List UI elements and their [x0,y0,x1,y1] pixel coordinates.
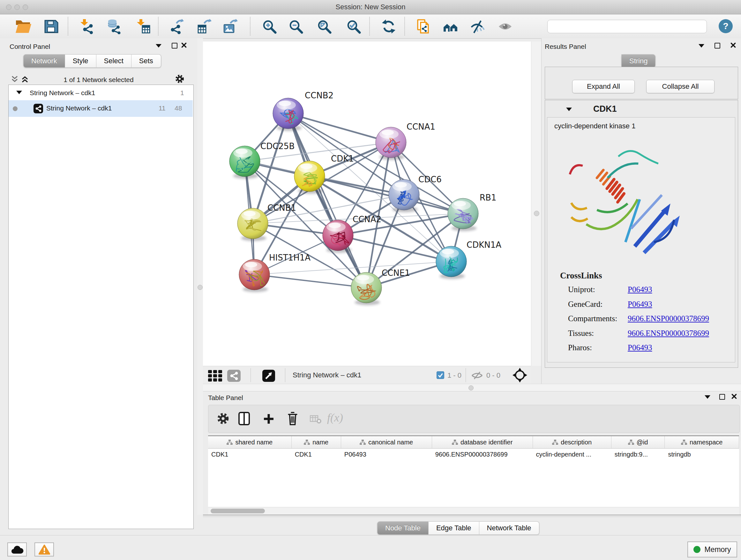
left-splitter[interactable] [197,38,203,515]
hide-selection-button[interactable] [468,17,486,36]
warnings-button[interactable] [35,543,54,557]
network-node-CCNB2[interactable] [273,98,304,129]
network-node-HIST1H1A[interactable] [239,259,270,290]
panel-close-icon[interactable] [731,43,736,48]
import-table-button[interactable] [134,17,152,36]
crosslink-link[interactable]: 9606.ENSP00000378699 [628,314,709,323]
collapse-all-button[interactable]: Collapse All [646,80,715,93]
crosslink-link[interactable]: 9606.ENSP00000378699 [628,329,709,338]
table-cell[interactable]: CDK1 [208,449,292,461]
table-cell[interactable]: cyclin-dependent ... [533,449,611,461]
column-header-namespace[interactable]: namespace [665,436,739,448]
network-node-CDC6[interactable] [389,179,419,210]
network-node-CDKN1A[interactable] [436,246,467,277]
delete-table-icon[interactable] [310,414,322,424]
fit-content-crosshair-icon[interactable] [513,368,527,382]
protein-section-expander-icon[interactable] [566,108,572,111]
column-header-name[interactable]: name [292,436,341,448]
network-node-CDK1[interactable] [294,161,325,192]
zoom-out-button[interactable] [287,17,305,36]
grid-view-icon[interactable] [208,370,222,381]
zoom-in-button[interactable] [260,17,278,36]
save-session-button[interactable] [42,17,60,36]
search-input[interactable] [547,20,707,33]
panel-float-icon[interactable] [719,394,725,400]
column-header-description[interactable]: description [533,436,611,448]
tree-expander-icon[interactable] [16,91,22,94]
export-table-button[interactable] [195,17,213,36]
network-node-CCNE1[interactable] [351,272,382,303]
column-header-canonical-name[interactable]: canonical name [341,436,432,448]
table-horizontal-scrollbar[interactable] [208,507,739,515]
table-cell[interactable]: stringdb [665,449,739,461]
export-network-button[interactable] [167,17,185,36]
import-network-database-button[interactable] [105,17,123,36]
refresh-layout-button[interactable] [380,17,398,36]
network-node-CCNA2[interactable] [323,220,353,251]
bottom-splitter-handle[interactable] [468,385,474,390]
tab-string[interactable]: String [621,54,656,68]
bottom-splitter[interactable] [203,384,741,391]
table-cell[interactable]: CDK1 [292,449,341,461]
table-row[interactable]: CDK1CDK1P064939606.ENSP00000378699cyclin… [208,449,739,461]
hidden-eye-icon[interactable] [471,372,483,379]
table-cell[interactable]: stringdb:9... [611,449,665,461]
tab-network[interactable]: Network [23,54,65,68]
panel-menu-icon[interactable] [704,395,711,399]
network-node-CDC25B[interactable] [229,146,260,177]
new-network-from-selection-button[interactable] [414,17,432,36]
column-header-shared-name[interactable]: shared name [208,436,292,448]
show-all-button[interactable] [496,17,514,36]
column-header--id[interactable]: @id [611,436,665,448]
selected-checkbox-icon[interactable] [436,371,444,379]
tab-edge-table[interactable]: Edge Table [428,521,479,535]
panel-menu-icon[interactable] [698,44,704,48]
show-columns-icon[interactable] [239,412,250,425]
tab-node-table[interactable]: Node Table [377,521,428,535]
add-column-plus-icon[interactable] [263,414,274,424]
column-header-database-identifier[interactable]: database identifier [432,436,533,448]
crosslink-link[interactable]: P06493 [628,300,652,309]
table-cell[interactable]: 9606.ENSP00000378699 [432,449,533,461]
right-splitter[interactable] [531,42,541,366]
network-node-CCNB1[interactable] [238,208,268,239]
crosslink-link[interactable]: P06493 [628,343,652,352]
panel-float-icon[interactable] [172,43,178,49]
crosslink-link[interactable]: P06493 [628,285,652,294]
panel-close-icon[interactable] [181,43,187,48]
network-node-CCNA1[interactable] [376,127,406,158]
gear-icon[interactable] [175,74,185,84]
network-edge-CCNA2-CDKN1A[interactable] [338,235,451,261]
panel-menu-icon[interactable] [156,44,161,48]
first-neighbors-button[interactable] [442,17,460,36]
help-button[interactable]: ? [719,19,733,33]
right-splitter-handle[interactable] [534,211,539,216]
tab-select[interactable]: Select [96,54,131,68]
network-share-view-icon[interactable] [227,370,241,382]
zoom-fit-button[interactable] [315,17,333,36]
network-canvas[interactable]: CCNB2CCNA1CDC25BCDK1CDC6RB1CCNB1CCNA2CDK… [203,42,531,366]
network-collection-row[interactable]: String Network – cdk1 1 [9,86,193,100]
cloud-button[interactable] [7,543,27,557]
tab-style[interactable]: Style [65,54,96,68]
import-network-file-button[interactable] [78,17,96,36]
birdseye-toggle-icon[interactable] [262,370,275,382]
network-edge-CCNB2-CCNA1[interactable] [288,113,391,142]
left-splitter-handle[interactable] [198,285,203,290]
memory-button[interactable]: Memory [687,542,737,557]
open-session-button[interactable] [14,17,32,36]
expand-all-button[interactable]: Expand All [572,80,635,93]
table-settings-gear-icon[interactable] [217,412,229,425]
network-edge-HIST1H1A-CCNE1[interactable] [254,274,366,288]
panel-float-icon[interactable] [715,43,720,49]
panel-close-icon[interactable] [731,394,737,399]
tab-sets[interactable]: Sets [131,54,161,68]
table-cell[interactable]: P06493 [341,449,432,461]
export-image-button[interactable] [221,17,239,36]
network-node-RB1[interactable] [448,198,478,229]
delete-column-trash-icon[interactable] [287,412,298,425]
network-row-selected[interactable]: String Network – cdk1 11 48 [9,100,193,117]
scrollbar-thumb[interactable] [211,509,265,513]
function-builder-fx-icon[interactable]: f(x) [327,411,343,424]
tab-network-table[interactable]: Network Table [479,521,539,535]
